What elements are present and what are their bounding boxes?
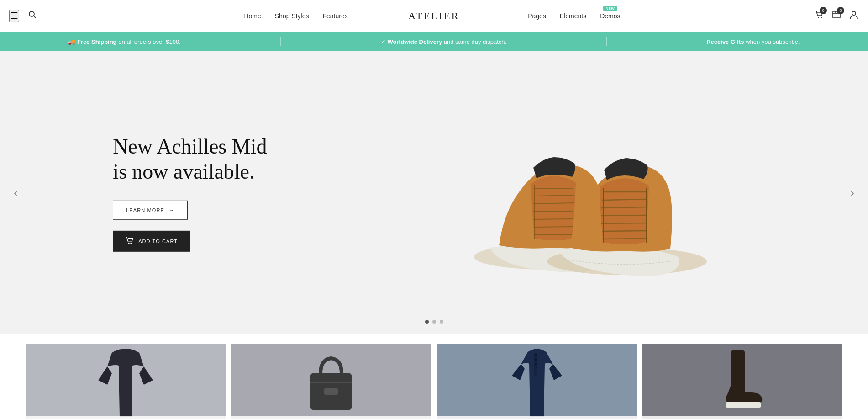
hero-content: New Achilles Mid is now available. LEARN… [113, 134, 267, 252]
category-tile-accessories-label: SHOP ACCESSORIES [231, 416, 431, 419]
category-tile-shirting[interactable]: SHOP SHIRTING [437, 344, 637, 419]
svg-point-37 [534, 363, 537, 366]
hero-section: ‹ New Achilles Mid is now available. LEA… [0, 51, 868, 334]
hero-buttons: LEARN MORE → ADD TO CART [113, 201, 267, 252]
category-tile-footwear-label: SHOP FOOTWEAR [642, 416, 842, 419]
slider-dot-1[interactable] [425, 320, 429, 324]
shoes-svg [463, 79, 709, 307]
category-tiles: SHOP OUTERWEAR SHOP ACCESSORIES SHOP SHI… [0, 334, 868, 419]
demos-new-badge: NEW [603, 6, 617, 11]
footwear-image [713, 348, 772, 417]
cart-icon-button[interactable]: 0 [814, 10, 824, 22]
category-tile-accessories[interactable]: SHOP ACCESSORIES [231, 344, 431, 419]
hero-product-image [347, 51, 825, 334]
announcement-item-2: ✓ Worldwide Delivery and same day dispat… [381, 38, 506, 45]
shirting-image [507, 348, 567, 417]
search-icon [28, 11, 37, 21]
svg-rect-39 [726, 402, 761, 408]
announcement-bar: 🚚 Free Shipping on all orders over $100.… [0, 32, 868, 51]
svg-point-2 [818, 17, 819, 18]
svg-line-17 [534, 227, 573, 227]
cart-button-icon [126, 237, 134, 245]
slider-dot-3[interactable] [440, 320, 443, 324]
announcement-item-3: Receive Gifts when you subscribe. [706, 38, 800, 45]
svg-line-25 [601, 215, 647, 216]
search-button[interactable] [28, 11, 37, 21]
svg-line-28 [602, 239, 646, 239]
announcement-divider-1 [280, 37, 281, 46]
wishlist-icon-button[interactable]: 0 [831, 10, 842, 22]
slider-dot-2[interactable] [432, 320, 436, 324]
svg-rect-38 [731, 350, 745, 387]
nav-link-home[interactable]: Home [244, 12, 261, 20]
learn-more-button[interactable]: LEARN MORE → [113, 201, 188, 220]
category-tile-outerwear-label: SHOP OUTERWEAR [26, 416, 226, 419]
svg-point-36 [534, 359, 537, 361]
hero-title: New Achilles Mid is now available. [113, 134, 267, 184]
nav-link-shop-styles[interactable]: Shop Styles [275, 12, 309, 20]
svg-line-16 [533, 219, 573, 219]
category-tile-outerwear[interactable]: SHOP OUTERWEAR [26, 344, 226, 419]
svg-point-0 [29, 11, 34, 16]
svg-line-18 [534, 234, 573, 235]
wishlist-count-badge: 0 [837, 7, 844, 14]
svg-line-1 [34, 16, 36, 18]
check-icon: ✓ [381, 38, 388, 45]
nav-right-links: Pages Elements NEW Demos [528, 12, 620, 20]
arrow-right-icon: → [169, 207, 174, 213]
top-navigation: ☰ Home Shop Styles Features ATELIER Page… [0, 0, 868, 32]
slider-prev-button[interactable]: ‹ [9, 181, 22, 205]
category-tile-shirting-label: SHOP SHIRTING [437, 416, 637, 419]
nav-link-demos[interactable]: NEW Demos [600, 12, 620, 20]
svg-line-15 [533, 211, 573, 212]
svg-rect-32 [324, 388, 338, 395]
nav-left-links: Home Shop Styles Features [244, 12, 347, 20]
category-tile-footwear[interactable]: SHOP FOOTWEAR [642, 344, 842, 419]
nav-link-features[interactable]: Features [322, 12, 347, 20]
announcement-divider-2 [606, 37, 607, 46]
add-to-cart-button[interactable]: ADD TO CART [113, 231, 190, 252]
hamburger-icon: ☰ [10, 11, 18, 21]
outerwear-image [96, 348, 155, 417]
svg-point-8 [852, 11, 856, 15]
svg-point-3 [821, 17, 822, 18]
truck-icon: 🚚 [68, 38, 77, 45]
nav-right-icons: 0 0 [814, 10, 859, 22]
svg-point-9 [128, 243, 130, 244]
accessories-image [301, 348, 361, 417]
hamburger-menu-button[interactable]: ☰ [9, 10, 19, 22]
cart-count-badge: 0 [820, 7, 827, 14]
svg-line-26 [601, 223, 647, 223]
svg-line-27 [602, 231, 647, 231]
svg-point-10 [131, 243, 132, 244]
site-logo: ATELIER [408, 10, 459, 22]
account-icon-button[interactable] [849, 10, 859, 22]
nav-link-elements[interactable]: Elements [560, 12, 586, 20]
slider-dots [425, 320, 443, 324]
slider-next-button[interactable]: › [846, 181, 859, 205]
announcement-item-1: 🚚 Free Shipping on all orders over $100. [68, 38, 181, 45]
svg-point-35 [534, 354, 537, 356]
nav-link-pages[interactable]: Pages [528, 12, 546, 20]
